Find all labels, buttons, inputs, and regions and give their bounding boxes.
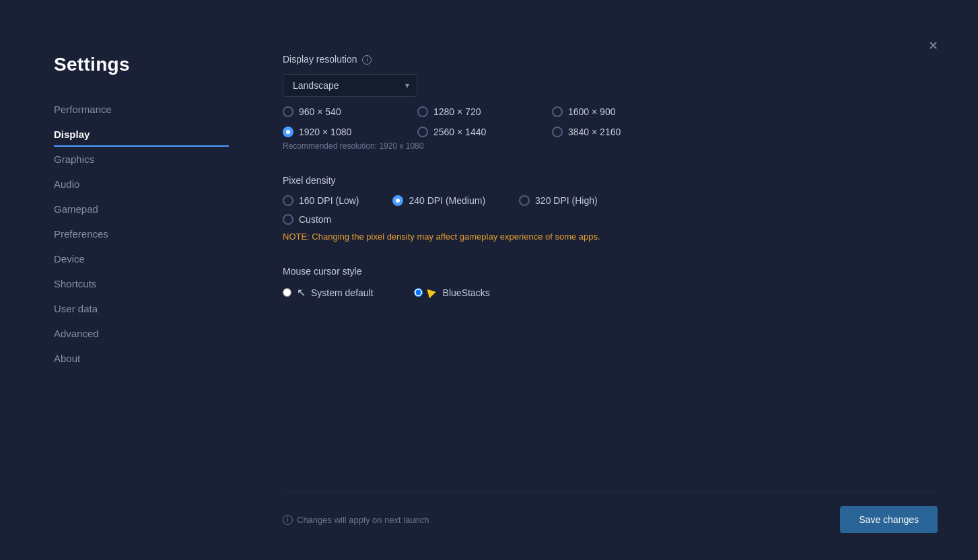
footer-note: i Changes will apply on next launch bbox=[283, 515, 429, 525]
sidebar-item-gamepad[interactable]: Gamepad bbox=[54, 197, 229, 221]
bluestacks-cursor-icon bbox=[427, 287, 437, 298]
pixel-density-section: Pixel density 160 DPI (Low) 240 DPI (Med… bbox=[283, 175, 938, 242]
resolution-option-2560[interactable]: 2560 × 1440 bbox=[417, 127, 552, 137]
close-button[interactable]: ✕ bbox=[925, 37, 941, 55]
dpi-radio-160[interactable] bbox=[283, 195, 293, 206]
cursor-radio-bluestacks[interactable] bbox=[414, 288, 423, 297]
footer-info-icon: i bbox=[283, 515, 293, 525]
resolution-radio-1600[interactable] bbox=[552, 106, 563, 117]
sidebar-item-graphics[interactable]: Graphics bbox=[54, 147, 229, 172]
resolution-option-960[interactable]: 960 × 540 bbox=[283, 106, 417, 117]
resolution-option-3840[interactable]: 3840 × 2160 bbox=[552, 127, 687, 137]
sidebar-item-advanced[interactable]: Advanced bbox=[54, 321, 229, 346]
save-changes-button[interactable]: Save changes bbox=[840, 506, 938, 533]
content-main: Display resolution i Landscape Portrait … bbox=[283, 54, 938, 492]
footer-bar: i Changes will apply on next launch Save… bbox=[283, 492, 938, 560]
dpi-option-320[interactable]: 320 DPI (High) bbox=[519, 195, 598, 206]
pixel-density-label: Pixel density bbox=[283, 175, 938, 186]
page-title: Settings bbox=[54, 54, 229, 75]
system-cursor-icon: ↖ bbox=[297, 286, 306, 299]
orientation-dropdown-container: Landscape Portrait ▾ bbox=[283, 74, 417, 97]
settings-container: Settings Performance Display Graphics Au… bbox=[0, 0, 978, 560]
sidebar-nav: Performance Display Graphics Audio Gamep… bbox=[54, 97, 229, 371]
cursor-radio-system[interactable] bbox=[283, 288, 291, 297]
sidebar: Settings Performance Display Graphics Au… bbox=[0, 54, 229, 560]
cursor-option-system[interactable]: ↖ System default bbox=[283, 286, 374, 299]
dpi-radio-custom[interactable] bbox=[283, 214, 293, 225]
sidebar-item-user-data[interactable]: User data bbox=[54, 296, 229, 321]
recommended-resolution-text: Recommended resolution: 1920 x 1080 bbox=[283, 141, 938, 151]
pixel-density-note: NOTE: Changing the pixel density may aff… bbox=[283, 232, 938, 242]
resolution-radio-1280[interactable] bbox=[417, 106, 428, 117]
content-area: Display resolution i Landscape Portrait … bbox=[229, 54, 978, 560]
sidebar-item-about[interactable]: About bbox=[54, 346, 229, 371]
dpi-option-240[interactable]: 240 DPI (Medium) bbox=[392, 195, 485, 206]
resolution-option-1280[interactable]: 1280 × 720 bbox=[417, 106, 552, 117]
mouse-cursor-label: Mouse cursor style bbox=[283, 266, 938, 277]
display-resolution-section: Display resolution i Landscape Portrait … bbox=[283, 54, 938, 151]
resolution-radio-3840[interactable] bbox=[552, 127, 563, 137]
display-resolution-label: Display resolution i bbox=[283, 54, 938, 65]
resolution-option-1600[interactable]: 1600 × 900 bbox=[552, 106, 687, 117]
mouse-cursor-section: Mouse cursor style ↖ System default Blue… bbox=[283, 266, 938, 299]
resolution-grid: 960 × 540 1280 × 720 1600 × 900 192 bbox=[283, 106, 938, 137]
display-resolution-info-icon[interactable]: i bbox=[362, 55, 372, 65]
sidebar-item-preferences[interactable]: Preferences bbox=[54, 221, 229, 246]
resolution-radio-960[interactable] bbox=[283, 106, 293, 117]
dpi-option-custom[interactable]: Custom bbox=[283, 214, 938, 225]
resolution-radio-2560[interactable] bbox=[417, 127, 428, 137]
resolution-radio-1920[interactable] bbox=[283, 127, 293, 137]
cursor-option-bluestacks[interactable]: BlueStacks bbox=[414, 287, 490, 298]
sidebar-item-performance[interactable]: Performance bbox=[54, 97, 229, 122]
dpi-radio-320[interactable] bbox=[519, 195, 530, 206]
cursor-options-row: ↖ System default BlueStacks bbox=[283, 286, 938, 299]
orientation-dropdown[interactable]: Landscape Portrait bbox=[283, 74, 417, 97]
sidebar-item-shortcuts[interactable]: Shortcuts bbox=[54, 271, 229, 296]
footer-note-text: Changes will apply on next launch bbox=[297, 515, 429, 525]
sidebar-item-display[interactable]: Display bbox=[54, 122, 229, 147]
sidebar-item-device[interactable]: Device bbox=[54, 246, 229, 271]
dpi-option-160[interactable]: 160 DPI (Low) bbox=[283, 195, 359, 206]
resolution-option-1920[interactable]: 1920 × 1080 bbox=[283, 127, 417, 137]
dpi-radio-240[interactable] bbox=[392, 195, 403, 206]
sidebar-item-audio[interactable]: Audio bbox=[54, 172, 229, 197]
